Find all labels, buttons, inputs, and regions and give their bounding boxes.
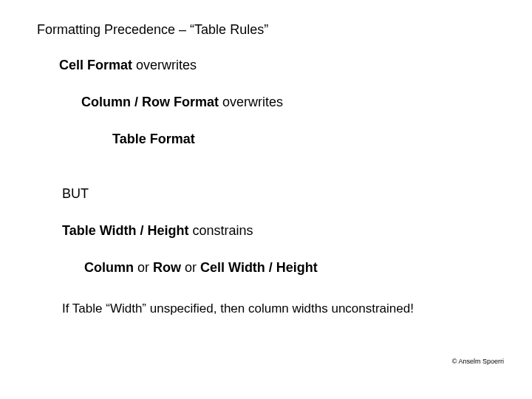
overwrites-1: overwrites <box>132 58 197 72</box>
copyright: © Anselm Spoerri <box>452 358 504 365</box>
table-width-height-label: Table Width / Height <box>62 223 189 238</box>
table-format-label: Table Format <box>112 132 195 146</box>
cell-format-label: Cell Format <box>59 58 132 72</box>
precedence-line-2: Column / Row Format overwrites <box>81 95 283 110</box>
or-2: or <box>181 260 200 275</box>
overwrites-2: overwrites <box>219 95 283 109</box>
row-label: Row <box>153 260 181 275</box>
precedence-line-3: Table Format <box>112 132 195 147</box>
column-label: Column <box>84 260 134 275</box>
precedence-line-1: Cell Format overwrites <box>59 58 197 73</box>
constrains-label: constrains <box>189 223 253 238</box>
slide: Formatting Precedence – “Table Rules” Ce… <box>0 0 532 399</box>
footnote: If Table “Width” unspecified, then colum… <box>62 301 414 316</box>
but-label: BUT <box>62 186 89 202</box>
cell-width-height-label: Cell Width / Height <box>200 260 318 275</box>
slide-title: Formatting Precedence – “Table Rules” <box>37 22 268 38</box>
or-1: or <box>134 260 153 275</box>
constraint-line-2: Column or Row or Cell Width / Height <box>84 260 318 276</box>
column-row-format-label: Column / Row Format <box>81 95 219 109</box>
constraint-line-1: Table Width / Height constrains <box>62 223 253 239</box>
